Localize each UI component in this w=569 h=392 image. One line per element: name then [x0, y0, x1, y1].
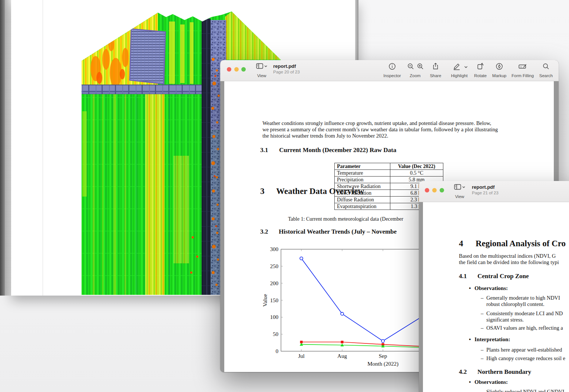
highlight-chevron-icon[interactable]	[464, 64, 468, 71]
window2-content: 4 Regional Analysis of Cro Based on the …	[419, 202, 569, 392]
highlight-label[interactable]: Highlight	[451, 73, 468, 78]
inspector-label[interactable]: Inspector	[383, 73, 401, 78]
dash-glyph: –	[481, 347, 483, 353]
svg-text:Aug: Aug	[337, 353, 347, 359]
observations-label: Observations:	[474, 285, 508, 291]
param-cell: Diffuse Radiation	[335, 197, 390, 203]
search-icon[interactable]	[542, 63, 550, 72]
share-icon[interactable]	[432, 63, 439, 72]
observations-label: Observations:	[474, 379, 508, 385]
svg-text:200: 200	[270, 280, 279, 286]
rotate-icon[interactable]	[477, 63, 484, 72]
window1-titlebar: View report.pdf Page 20 of 23 Inspector	[220, 60, 559, 81]
bullet-glyph: •	[469, 285, 471, 291]
bullet-glyph: •	[469, 336, 471, 343]
subsection-number: 4.1	[459, 273, 467, 280]
window2-title: report.pdf	[472, 184, 494, 190]
observation-item-partial: Slightly reduced NDVI and GNDVI	[486, 389, 564, 392]
form-filling-label[interactable]: Form Filling	[512, 73, 534, 78]
section-number: 3	[260, 187, 265, 196]
param-cell: Direct Radiation	[335, 190, 390, 197]
observation-item: Consistently moderate LCI and ND	[486, 310, 563, 317]
dash-glyph: –	[481, 295, 483, 301]
table-caption: Table 1: Current month meteorological da…	[288, 216, 403, 222]
observation-item: OSAVI values are high, reflecting a	[486, 325, 563, 331]
interpretation-label: Interpretation:	[474, 336, 510, 343]
background-left-edge	[0, 0, 5, 296]
observation-item-cont: significant stress.	[486, 317, 524, 323]
view-sidebar-icon[interactable]	[256, 63, 267, 72]
highlight-pen-icon[interactable]	[453, 63, 461, 72]
table-header-parameter: Parameter	[335, 163, 390, 170]
dash-glyph: –	[481, 325, 483, 331]
minimize-button[interactable]	[234, 67, 239, 72]
dash-glyph: –	[481, 310, 483, 317]
interpretation-item: Plants here appear well-established	[486, 347, 562, 353]
view-sidebar-icon[interactable]	[454, 184, 465, 192]
bullet-glyph: •	[469, 379, 471, 385]
window2-titlebar: View report.pdf Page 21 of 23	[419, 181, 569, 202]
svg-text:300: 300	[270, 246, 279, 252]
subsection-title: Historical Weather Trends (July – Novemb…	[279, 228, 397, 235]
window1-page-indicator: Page 20 of 23	[273, 70, 300, 74]
svg-text:Sep: Sep	[379, 353, 387, 359]
svg-text:0: 0	[276, 348, 279, 354]
preview-window-page21: View report.pdf Page 21 of 23 4 Regional…	[419, 181, 569, 392]
intro-line: the field can be divided into the follow…	[459, 259, 559, 266]
view-button-label[interactable]: View	[257, 73, 267, 78]
zoom-in-icon[interactable]	[417, 63, 424, 72]
zoom-out-icon[interactable]	[407, 63, 414, 72]
table-row: Temperature0.5 °C	[335, 170, 443, 177]
section-title: Regional Analysis of Cro	[476, 239, 566, 248]
subsection-title: Current Month (December 2022) Raw Data	[279, 146, 396, 154]
zoom-label[interactable]: Zoom	[410, 73, 420, 78]
table-header-value: Value (Dec 2022)	[390, 163, 443, 170]
interpretation-item: High canopy coverage reduces soil e	[486, 355, 565, 362]
window1-title: report.pdf	[273, 63, 296, 69]
param-cell: Shortwave Radiation	[335, 183, 390, 190]
share-label[interactable]: Share	[430, 73, 441, 78]
inspector-icon[interactable]	[388, 63, 396, 72]
close-button[interactable]	[227, 67, 231, 72]
close-button[interactable]	[425, 188, 429, 192]
background-left-edge-light	[5, 0, 11, 296]
param-cell: Precipitation	[335, 177, 390, 183]
window2-page-indicator: Page 21 of 23	[472, 191, 499, 195]
zoom-window-button[interactable]	[241, 67, 246, 72]
subsection-number: 3.2	[260, 228, 268, 235]
intro-line: we present a summary of the current mont…	[262, 126, 498, 133]
intro-line: Weather conditions strongly influence cr…	[262, 120, 491, 126]
search-label[interactable]: Search	[539, 73, 553, 78]
subsection-title: Central Crop Zone	[477, 273, 529, 280]
intro-line: the historical weather trends from July …	[262, 133, 388, 139]
svg-text:50: 50	[273, 331, 278, 337]
minimize-button[interactable]	[432, 188, 437, 192]
observation-item: Generally moderate to high NDVI	[486, 295, 560, 301]
dash-glyph: –	[481, 355, 483, 362]
subsection-number: 4.2	[459, 368, 467, 376]
svg-text:250: 250	[270, 263, 279, 269]
subsection-number: 3.1	[260, 146, 268, 154]
table-header-row: Parameter Value (Dec 2022)	[335, 163, 443, 170]
svg-text:Jul: Jul	[298, 353, 305, 359]
zoom-window-button[interactable]	[440, 188, 444, 192]
page-fold-line	[43, 0, 43, 296]
svg-text:Value: Value	[262, 294, 268, 307]
observation-item-cont: robust chlorophyll content.	[486, 301, 545, 307]
intro-line: Based on the multispectral indices (NDVI…	[459, 253, 556, 259]
param-cell: Evapotranspiration	[335, 203, 390, 210]
svg-text:100: 100	[270, 314, 279, 320]
view-button-label[interactable]: View	[455, 194, 464, 199]
markup-icon[interactable]	[496, 63, 503, 72]
desktop-screenshot: View report.pdf Page 20 of 23 Inspector	[0, 0, 569, 392]
rotate-label[interactable]: Rotate	[474, 73, 487, 78]
subsection-title: Northern Boundary	[477, 368, 531, 376]
dash-glyph: –	[481, 389, 483, 392]
form-filling-icon[interactable]	[518, 63, 527, 72]
value-cell: 0.5 °C	[390, 170, 443, 177]
markup-label[interactable]: Markup	[492, 73, 506, 78]
svg-text:Month (2022): Month (2022)	[367, 361, 398, 367]
svg-text:150: 150	[270, 297, 279, 303]
param-cell: Temperature	[335, 170, 390, 177]
section-number: 4	[459, 239, 463, 248]
